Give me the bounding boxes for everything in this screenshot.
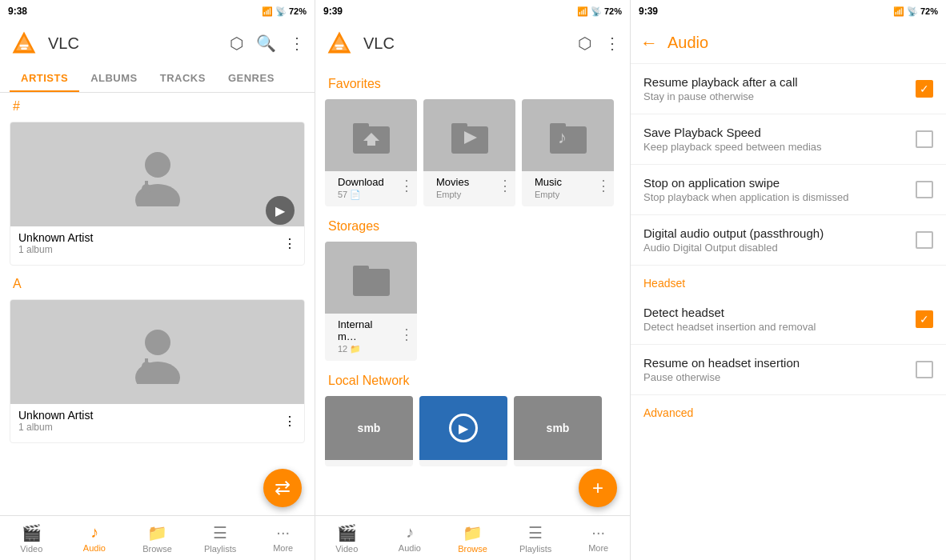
music-more-icon[interactable]: ⋮ <box>596 177 611 194</box>
tab-tracks[interactable]: TRACKS <box>149 64 217 92</box>
nav-video-2[interactable]: 🎬 Video <box>315 516 379 560</box>
settings-content: Resume playback after a call Stay in pau… <box>631 64 946 560</box>
settings-title: Audio <box>667 34 940 52</box>
svg-rect-3 <box>21 47 26 50</box>
artist-more-icon-2[interactable]: ⋮ <box>283 414 296 429</box>
cast-icon-2[interactable]: ⬡ <box>578 34 591 53</box>
add-fab[interactable]: + <box>579 469 617 507</box>
tab-albums[interactable]: ALBUMS <box>79 64 149 92</box>
browse-item-music[interactable]: ♪ Music Empty ⋮ <box>522 99 614 206</box>
favorites-title: Favorites <box>315 64 630 99</box>
status-icons-2: 📶 📡 72% <box>577 6 622 17</box>
app-title-2: VLC <box>363 34 568 53</box>
nav-video-label-2: Video <box>335 544 358 554</box>
tab-artists[interactable]: ARTISTS <box>10 64 79 92</box>
search-icon-1[interactable]: 🔍 <box>256 34 276 53</box>
more-icon-2[interactable]: ⋮ <box>604 34 620 53</box>
setting-digital-audio[interactable]: Digital audio output (passthrough) Audio… <box>631 215 946 266</box>
nav-more-label-2: More <box>588 543 608 553</box>
play-button-1[interactable]: ▶ <box>266 196 295 225</box>
back-button[interactable]: ← <box>637 30 661 57</box>
movies-more-icon[interactable]: ⋮ <box>498 177 512 194</box>
checkbox-stop-swipe[interactable] <box>916 181 933 198</box>
battery-3: 72% <box>920 6 938 16</box>
bottom-nav-2: 🎬 Video ♪ Audio 📁 Browse ☰ Playlists ···… <box>315 515 630 560</box>
movies-folder-icon <box>423 99 515 171</box>
storages-grid: Internal m… 12 📁 ⋮ <box>315 242 630 361</box>
section-hash: # <box>0 93 315 117</box>
browse-item-internal[interactable]: Internal m… 12 📁 ⋮ <box>325 242 417 361</box>
wifi-icon-3: 📶 <box>893 6 904 17</box>
nav-audio-1[interactable]: ♪ Audio <box>63 516 126 560</box>
shuffle-fab[interactable]: ⇄ <box>263 469 302 507</box>
svg-text:♪: ♪ <box>558 127 567 147</box>
signal-icon: 📡 <box>275 6 287 17</box>
headset-section-header: Headset <box>631 266 946 294</box>
playlists-nav-icon-1: ☰ <box>213 523 227 542</box>
checkbox-detect-headset[interactable] <box>916 310 933 328</box>
browse-item-smb1[interactable]: smb <box>325 396 413 466</box>
nav-playlists-2[interactable]: ☰ Playlists <box>504 516 567 560</box>
browse-item-movies[interactable]: Movies Empty ⋮ <box>423 99 515 206</box>
cast-icon-1[interactable]: ⬡ <box>230 34 243 53</box>
nav-browse-label-1: Browse <box>142 544 172 554</box>
browse-item-video-stream[interactable]: ▶ <box>419 396 507 466</box>
setting-headset-resume[interactable]: Resume on headset insertion Pause otherw… <box>631 345 946 395</box>
download-more-icon[interactable]: ⋮ <box>399 177 414 194</box>
more-icon-1[interactable]: ⋮ <box>289 34 305 53</box>
browse-item-download[interactable]: Download 57 📄 ⋮ <box>325 99 417 206</box>
checkbox-resume-call[interactable] <box>916 80 933 98</box>
artist-name-2: Unknown Artist <box>18 409 93 422</box>
setting-digital-audio-sub: Audio Digital Output disabled <box>643 242 906 254</box>
download-folder-icon <box>325 99 417 171</box>
favorites-grid: Download 57 📄 ⋮ Movies <box>315 99 630 206</box>
setting-save-speed-title: Save Playback Speed <box>643 126 906 139</box>
storages-title: Storages <box>315 206 630 242</box>
artist-info-2: Unknown Artist 1 album ⋮ <box>10 404 304 438</box>
nav-more-2[interactable]: ··· More <box>567 516 630 560</box>
nav-video-1[interactable]: 🎬 Video <box>0 516 63 560</box>
local-network-title: Local Network <box>315 361 630 396</box>
setting-resume-call[interactable]: Resume playback after a call Stay in pau… <box>631 64 946 114</box>
nav-audio-label-1: Audio <box>83 543 106 553</box>
nav-browse-2[interactable]: 📁 Browse <box>441 516 504 560</box>
person-icon-2 <box>126 320 190 384</box>
nav-more-1[interactable]: ··· More <box>251 516 315 560</box>
svg-rect-27 <box>353 266 369 272</box>
more-nav-icon-1: ··· <box>276 523 290 542</box>
nav-playlists-label-2: Playlists <box>519 544 551 554</box>
checkbox-digital-audio[interactable] <box>916 231 933 249</box>
artist-more-icon-1[interactable]: ⋮ <box>283 236 296 251</box>
artist-card-1: ▶ Unknown Artist 1 album ⋮ <box>10 122 305 266</box>
time-1: 9:38 <box>8 6 27 17</box>
checkbox-headset-resume[interactable] <box>916 361 933 378</box>
artist-img-2 <box>10 300 304 404</box>
panel-browse: 9:39 📶 📡 72% VLC ⬡ ⋮ Favorites <box>315 0 631 560</box>
toolbar-1: VLC ⬡ 🔍 ⋮ <box>0 22 315 64</box>
nav-browse-1[interactable]: 📁 Browse <box>126 516 189 560</box>
artist-card-2: Unknown Artist 1 album ⋮ <box>10 299 305 443</box>
svg-point-8 <box>145 330 170 355</box>
tab-genres[interactable]: GENRES <box>217 64 286 92</box>
movies-label: Movies <box>430 171 475 190</box>
setting-save-speed[interactable]: Save Playback Speed Keep playback speed … <box>631 114 946 165</box>
checkbox-save-speed[interactable] <box>916 130 933 148</box>
wifi-icon-2: 📶 <box>577 6 588 17</box>
movies-row: Movies Empty ⋮ <box>423 171 515 199</box>
setting-detect-headset[interactable]: Detect headset Detect headset insertion … <box>631 294 946 345</box>
svg-rect-19 <box>367 141 375 146</box>
internal-more-icon[interactable]: ⋮ <box>399 326 414 343</box>
setting-stop-swipe-title: Stop on application swipe <box>643 176 906 190</box>
nav-audio-2[interactable]: ♪ Audio <box>379 516 442 560</box>
svg-point-4 <box>145 152 170 178</box>
setting-stop-swipe[interactable]: Stop on application swipe Stop playback … <box>631 165 946 215</box>
smb1-icon: smb <box>325 396 413 460</box>
svg-rect-26 <box>353 269 390 296</box>
toolbar-2: VLC ⬡ ⋮ <box>315 22 630 64</box>
nav-playlists-1[interactable]: ☰ Playlists <box>189 516 252 560</box>
wifi-icon: 📶 <box>262 6 273 17</box>
svg-rect-15 <box>336 47 342 50</box>
status-bar-2: 9:39 📶 📡 72% <box>315 0 630 22</box>
browse-item-smb2[interactable]: smb <box>514 396 602 466</box>
battery-1: 72% <box>289 6 307 16</box>
